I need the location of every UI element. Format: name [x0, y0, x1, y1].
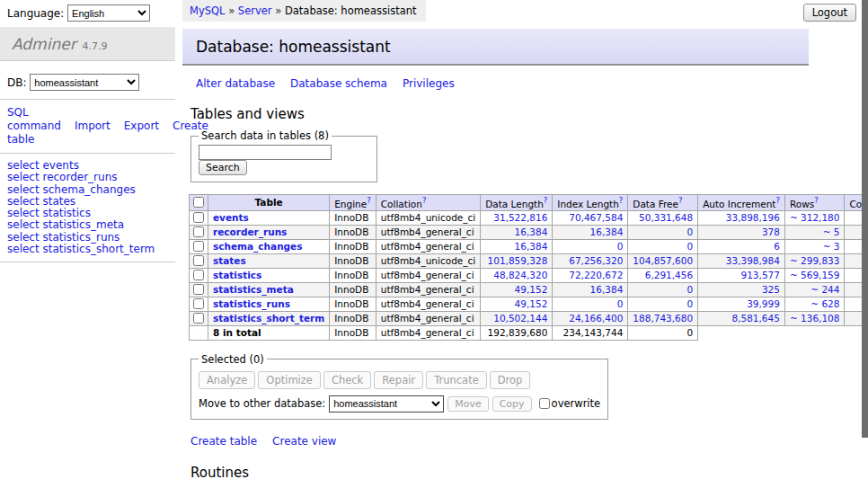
value-link-index-length[interactable]: 67,256,320 [569, 255, 623, 266]
value-link-rows[interactable]: ~ 628 [810, 298, 839, 309]
check-button[interactable]: Check [323, 371, 371, 389]
value-link-data-length[interactable]: 16,384 [515, 226, 548, 237]
cell-data-length: 49,152 [481, 297, 553, 311]
table-link-states[interactable]: states [213, 255, 246, 266]
search-button[interactable]: Search [199, 160, 247, 175]
row-checkbox[interactable] [193, 270, 204, 280]
value-link-index-length[interactable]: 16,384 [590, 284, 624, 295]
value-link-rows[interactable]: ~ 569,159 [790, 270, 840, 280]
sidebar-link-select-schema-changes[interactable]: select schema_changes [7, 184, 168, 196]
value-link-auto-increment[interactable]: 325 [762, 284, 780, 295]
value-link-index-length[interactable]: 0 [617, 241, 624, 252]
row-checkbox[interactable] [193, 313, 204, 324]
sidebar-link-select-statistics[interactable]: select statistics [7, 208, 168, 219]
value-link-data-length[interactable]: 49,152 [515, 298, 548, 309]
link-privileges[interactable]: Privileges [403, 77, 455, 90]
table-link-statistics-short-term[interactable]: statistics_short_term [213, 313, 324, 324]
row-checkbox[interactable] [193, 226, 204, 237]
row-checkbox[interactable] [193, 298, 204, 309]
value-link-auto-increment[interactable]: 39,999 [747, 298, 780, 309]
sidebar-action-sql-command[interactable]: SQL command [7, 106, 61, 132]
repair-button[interactable]: Repair [374, 371, 423, 389]
link-database-schema[interactable]: Database schema [290, 77, 387, 90]
table-link-events[interactable]: events [213, 212, 249, 223]
row-checkbox[interactable] [193, 212, 204, 223]
value-link-data-free[interactable]: 188,743,680 [633, 313, 693, 324]
table-link-statistics-runs[interactable]: statistics_runs [213, 298, 290, 309]
db-select[interactable]: homeassistant [30, 74, 139, 91]
value-link-index-length[interactable]: 70,467,584 [569, 212, 623, 223]
value-link-data-free[interactable]: 6,291,456 [645, 270, 693, 280]
sidebar-link-select-statistics-runs[interactable]: select statistics_runs [7, 232, 168, 244]
value-link-rows[interactable]: ~ 3 [823, 241, 840, 252]
value-link-rows[interactable]: ~ 136,108 [790, 313, 840, 324]
search-input[interactable] [199, 145, 332, 160]
row-checkbox[interactable] [193, 284, 204, 295]
sidebar-link-select-states[interactable]: select states [7, 196, 168, 208]
move-button[interactable]: Move [447, 396, 489, 412]
help-link[interactable]: ? [775, 196, 780, 205]
help-link[interactable]: ? [678, 196, 683, 205]
link-create-table[interactable]: Create table [190, 435, 257, 448]
row-checkbox[interactable] [193, 255, 204, 266]
link-create-view[interactable]: Create view [272, 435, 336, 448]
value-link-index-length[interactable]: 0 [617, 298, 624, 309]
value-link-data-free[interactable]: 104,857,600 [633, 255, 693, 266]
value-link-auto-increment[interactable]: 6 [774, 241, 780, 252]
value-link-index-length[interactable]: 24,166,400 [569, 313, 623, 324]
table-link-schema-changes[interactable]: schema_changes [213, 241, 303, 252]
value-link-auto-increment[interactable]: 8,581,645 [731, 313, 779, 324]
copy-button[interactable]: Copy [492, 396, 532, 412]
value-link-rows[interactable]: ~ 244 [810, 284, 839, 295]
help-link[interactable]: ? [544, 196, 548, 205]
analyze-button[interactable]: Analyze [199, 371, 255, 389]
value-link-rows[interactable]: ~ 299,833 [790, 255, 840, 266]
value-link-data-length[interactable]: 31,522,816 [493, 212, 547, 223]
sidebar-link-select-statistics-short-term[interactable]: select statistics_short_term [7, 244, 168, 255]
value-link-index-length[interactable]: 16,384 [590, 226, 624, 237]
value-link-data-length[interactable]: 10,502,144 [493, 313, 547, 324]
value-link-rows[interactable]: ~ 312,180 [790, 212, 840, 223]
drop-button[interactable]: Drop [490, 371, 531, 389]
value-link-data-length[interactable]: 48,824,320 [493, 270, 547, 280]
row-checkbox[interactable] [193, 241, 204, 252]
value-link-auto-increment[interactable]: 33,398,984 [726, 255, 780, 266]
value-link-index-length[interactable]: 72,220,672 [569, 270, 623, 280]
sidebar-action-import[interactable]: Import [75, 120, 111, 132]
adminer-logo-link[interactable]: Adminer [12, 35, 76, 53]
sidebar-link-select-events[interactable]: select events [7, 160, 168, 172]
value-link-data-free[interactable]: 50,331,648 [639, 212, 693, 223]
sidebar-link-select-statistics-meta[interactable]: select statistics_meta [7, 219, 168, 231]
truncate-button[interactable]: Truncate [426, 371, 487, 389]
move-db-select[interactable]: homeassistant [329, 395, 444, 413]
overwrite-checkbox[interactable] [539, 398, 550, 409]
table-link-statistics[interactable]: statistics [213, 270, 261, 280]
sidebar-action-export[interactable]: Export [124, 120, 159, 132]
value-link-data-free[interactable]: 0 [686, 226, 693, 237]
value-link-data-free[interactable]: 0 [686, 298, 693, 309]
breadcrumb-link-server[interactable]: Server [238, 4, 272, 17]
value-link-auto-increment[interactable]: 913,577 [741, 270, 780, 280]
table-link-recorder-runs[interactable]: recorder_runs [213, 226, 287, 237]
help-link[interactable]: ? [422, 196, 427, 205]
table-link-statistics-meta[interactable]: statistics_meta [213, 284, 294, 295]
value-link-data-free[interactable]: 0 [686, 241, 693, 252]
link-alter-database[interactable]: Alter database [196, 77, 275, 90]
breadcrumb-link-mysql[interactable]: MySQL [190, 4, 226, 17]
help-link[interactable]: ? [367, 196, 371, 205]
sidebar-link-select-recorder-runs[interactable]: select recorder_runs [7, 172, 168, 183]
value-link-data-length[interactable]: 16,384 [515, 241, 548, 252]
help-link[interactable]: ? [619, 196, 624, 205]
language-select[interactable]: English [67, 4, 150, 22]
select-all-checkbox[interactable] [193, 197, 204, 208]
help-link[interactable]: ? [814, 196, 819, 205]
value-link-data-length[interactable]: 101,859,328 [488, 255, 548, 266]
scrollbar-thumb[interactable] [862, 0, 868, 438]
value-link-auto-increment[interactable]: 33,898,196 [726, 212, 780, 223]
adminer-version[interactable]: 4.7.9 [82, 40, 107, 52]
value-link-auto-increment[interactable]: 378 [762, 226, 780, 237]
value-link-data-length[interactable]: 49,152 [515, 284, 548, 295]
value-link-rows[interactable]: ~ 5 [823, 226, 840, 237]
optimize-button[interactable]: Optimize [258, 371, 321, 389]
value-link-data-free[interactable]: 0 [686, 284, 693, 295]
